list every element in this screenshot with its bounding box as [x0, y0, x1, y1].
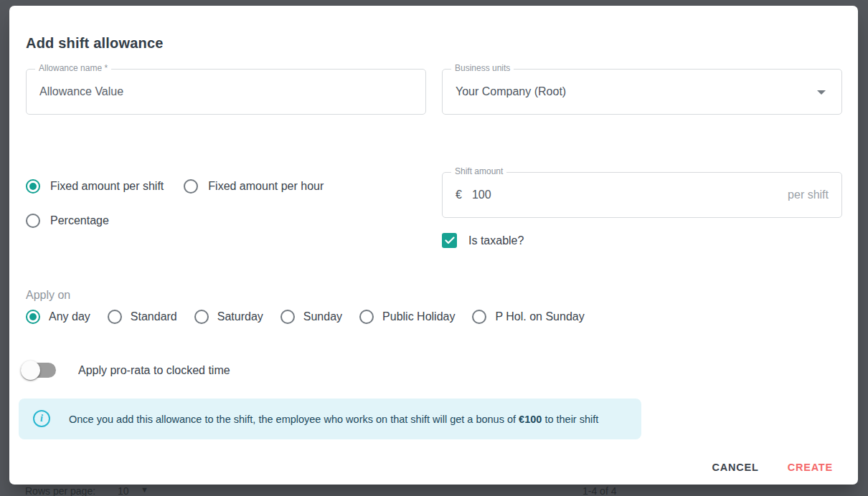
radio-any-day[interactable]: Any day: [26, 310, 90, 324]
radio-fixed-amount-per-shift[interactable]: Fixed amount per shift: [26, 179, 164, 194]
radio-label: Saturday: [217, 310, 263, 323]
radio-unselected-icon: [359, 310, 374, 324]
allowance-name-value: Allowance Value: [39, 70, 123, 114]
info-text-after: to their shift: [542, 414, 598, 425]
per-shift-suffix: per shift: [788, 173, 829, 217]
add-shift-allowance-dialog: Add shift allowance Allowance name * All…: [9, 6, 858, 485]
allowance-name-field[interactable]: Allowance name * Allowance Value: [26, 69, 426, 115]
business-units-value: Your Company (Root): [456, 70, 566, 114]
radio-selected-icon: [26, 179, 40, 194]
dialog-actions: CANCEL CREATE: [704, 456, 840, 479]
radio-unselected-icon: [280, 310, 295, 324]
radio-unselected-icon: [108, 310, 122, 324]
info-banner: i Once you add this allowance to the shi…: [19, 399, 641, 439]
apply-on-label: Apply on: [26, 289, 70, 302]
radio-unselected-icon: [184, 179, 198, 194]
pagination-range-label: 1-4 of 4: [582, 485, 616, 496]
shift-amount-field[interactable]: Shift amount € 100 per shift: [442, 172, 842, 218]
info-banner-text: Once you add this allowance to the shift…: [69, 399, 631, 439]
radio-public-holiday[interactable]: Public Holiday: [359, 310, 455, 324]
radio-percentage[interactable]: Percentage: [26, 214, 109, 228]
rows-per-page-label: Rows per page:: [25, 485, 95, 496]
is-taxable-checkbox[interactable]: Is taxable?: [442, 233, 524, 248]
radio-label: P Hol. on Sunday: [495, 310, 584, 323]
checkbox-checked-icon: [442, 233, 457, 248]
radio-p-hol-on-sunday[interactable]: P Hol. on Sunday: [472, 310, 584, 324]
apply-on-radio-group: Any day Standard Saturday Sunday Public …: [26, 310, 585, 324]
amount-type-radio-group-row2: Percentage: [26, 214, 109, 228]
radio-label: Fixed amount per shift: [50, 180, 164, 193]
info-amount: €100: [519, 414, 542, 425]
radio-label: Percentage: [50, 214, 109, 227]
cancel-button[interactable]: CANCEL: [704, 456, 765, 479]
radio-unselected-icon: [26, 214, 40, 228]
table-pagination-bar: Rows per page: 10 ▼ 1-4 of 4: [0, 485, 868, 496]
radio-label: Fixed amount per hour: [208, 180, 324, 193]
radio-label: Sunday: [303, 310, 342, 323]
radio-unselected-icon: [194, 310, 209, 324]
dropdown-arrow-icon: [817, 90, 826, 95]
radio-fixed-amount-per-hour[interactable]: Fixed amount per hour: [184, 179, 324, 194]
toggle-thumb-icon: [21, 361, 40, 380]
is-taxable-label: Is taxable?: [468, 234, 524, 247]
business-units-select[interactable]: Business units Your Company (Root): [442, 69, 842, 115]
rows-per-page-select[interactable]: 10: [118, 485, 129, 496]
info-text-before: Once you add this allowance to the shift…: [69, 414, 519, 425]
dialog-title: Add shift allowance: [26, 35, 164, 52]
radio-label: Public Holiday: [382, 310, 455, 323]
amount-type-radio-group: Fixed amount per shift Fixed amount per …: [26, 179, 324, 194]
radio-saturday[interactable]: Saturday: [194, 310, 263, 324]
info-icon: i: [33, 410, 50, 427]
shift-amount-value: 100: [472, 189, 491, 201]
radio-label: Any day: [49, 310, 90, 323]
pro-rata-toggle[interactable]: [22, 363, 56, 378]
radio-selected-icon: [26, 310, 40, 324]
radio-unselected-icon: [472, 310, 486, 324]
create-button[interactable]: CREATE: [780, 456, 840, 479]
radio-label: Standard: [131, 310, 177, 323]
pro-rata-toggle-row: Apply pro-rata to clocked time: [22, 363, 230, 378]
radio-standard[interactable]: Standard: [108, 310, 177, 324]
rows-per-page-caret-icon: ▼: [141, 485, 148, 494]
currency-symbol: €: [456, 189, 462, 201]
pro-rata-label: Apply pro-rata to clocked time: [78, 364, 230, 377]
radio-sunday[interactable]: Sunday: [280, 310, 342, 324]
